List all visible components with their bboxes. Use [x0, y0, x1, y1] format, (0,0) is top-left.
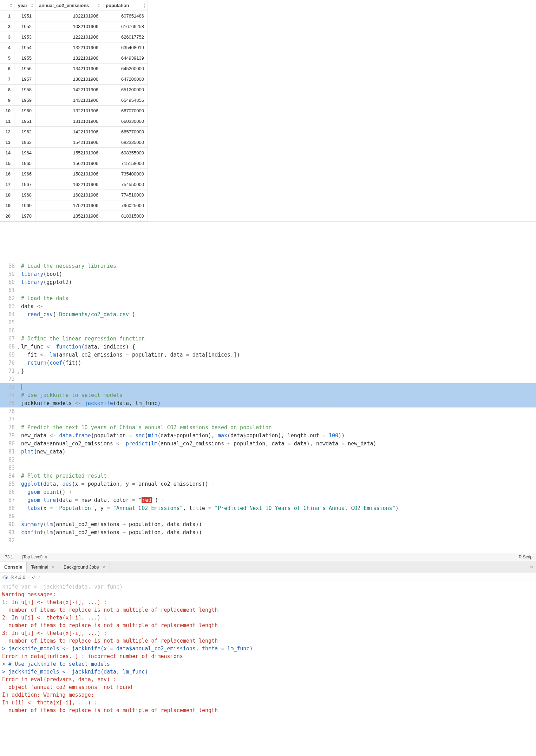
line-number[interactable]: 88 — [0, 504, 20, 512]
code-line[interactable]: 62# Load the data — [0, 294, 536, 303]
table-row[interactable]: 419541322101906635408019 — [0, 42, 148, 53]
tab-background-jobs[interactable]: Background Jobs ✕ — [59, 562, 110, 571]
working-dir-label[interactable]: ~/ — [31, 575, 35, 580]
code-content[interactable]: plot(new_data) — [20, 448, 536, 456]
code-content[interactable]: jackknife_models <- jackknife(data, lm_f… — [20, 399, 536, 407]
code-line[interactable]: 84# Plot the predicted result — [0, 472, 536, 480]
table-row[interactable]: 519551322101906644939139 — [0, 53, 148, 64]
code-line[interactable]: 64 read_csv("Documents/co2_data.csv") — [0, 311, 536, 319]
code-content[interactable] — [20, 416, 536, 424]
code-line[interactable]: 86 geom_point() + — [0, 488, 536, 496]
line-number[interactable]: 71▴ — [0, 367, 20, 375]
table-row[interactable]: 1719671622101906754550000 — [0, 179, 148, 190]
code-content[interactable]: ggplot(data, aes(x = population, y = ann… — [20, 480, 536, 488]
line-number[interactable]: 82 — [0, 456, 20, 464]
table-row[interactable]: 819581422101906651200000 — [0, 85, 148, 95]
code-line[interactable]: 74# Use jackknife to select models — [0, 391, 536, 399]
line-number[interactable]: 58 — [0, 262, 20, 270]
code-line[interactable]: 90summary(lm(annual_co2_emissions ~ popu… — [0, 520, 536, 529]
col-header-index[interactable]: ▲▼ — [0, 0, 14, 11]
code-line[interactable]: 76 — [0, 407, 536, 416]
sort-icon[interactable]: ▲▼ — [9, 3, 13, 8]
table-row[interactable]: 219521032101906616766258 — [0, 21, 148, 32]
code-content[interactable]: geom_point() + — [20, 488, 536, 496]
col-header-co2[interactable]: annual_co2_emissions ▲▼ — [35, 0, 102, 11]
table-row[interactable]: 1619661582101906735400000 — [0, 169, 148, 179]
code-line[interactable]: 60library(ggplot2) — [0, 278, 536, 286]
line-number[interactable]: 92 — [0, 537, 20, 545]
table-row[interactable]: 319531222101906626017752 — [0, 32, 148, 42]
code-content[interactable]: } — [20, 367, 536, 375]
code-content[interactable]: # Define the linear regression function — [20, 335, 536, 343]
code-line[interactable]: 87 geom_line(data = new_data, color = "r… — [0, 496, 536, 504]
code-content[interactable] — [20, 319, 536, 327]
line-number[interactable]: 81 — [0, 448, 20, 456]
sort-icon[interactable]: ▲▼ — [143, 3, 146, 8]
line-number[interactable]: 60 — [0, 278, 20, 286]
line-number[interactable]: 79 — [0, 432, 20, 440]
col-header-year[interactable]: year ▲▼ — [14, 0, 35, 11]
code-content[interactable]: data <- — [20, 303, 536, 311]
code-line[interactable]: 88 labs(x = "Population", y = "Annual CO… — [0, 504, 536, 512]
line-number[interactable]: 72 — [0, 375, 20, 383]
table-row[interactable]: 1119611312101906660330000 — [0, 116, 148, 127]
table-row[interactable]: 2019701852101906818315000 — [0, 211, 148, 221]
code-content[interactable]: summary(lm(annual_co2_emissions ~ popula… — [20, 520, 536, 529]
code-line[interactable]: 67# Define the linear regression functio… — [0, 335, 536, 343]
line-number[interactable]: 91 — [0, 529, 20, 537]
line-number[interactable]: 68▾ — [0, 343, 20, 351]
code-line[interactable]: 89 — [0, 512, 536, 520]
source-editor[interactable]: 58# Load the necessary libraries59librar… — [0, 221, 536, 553]
tab-terminal[interactable]: Terminal ✕ — [27, 562, 59, 571]
code-content[interactable] — [20, 456, 536, 464]
code-content[interactable]: # Use jackknife to select models — [20, 391, 536, 399]
line-number[interactable]: 84 — [0, 472, 20, 480]
code-line[interactable]: 61 — [0, 286, 536, 294]
line-number[interactable]: 78 — [0, 424, 20, 432]
code-line[interactable]: 58# Load the necessary libraries — [0, 262, 536, 270]
code-line[interactable]: 77 — [0, 416, 536, 424]
line-number[interactable]: 61 — [0, 286, 20, 294]
code-content[interactable]: fit <- lm(annual_co2_emissions ~ populat… — [20, 351, 536, 359]
code-line[interactable]: 83 — [0, 464, 536, 472]
code-line[interactable]: 68▾lm_func <- function(data, indices) { — [0, 343, 536, 351]
code-content[interactable] — [20, 407, 536, 416]
code-line[interactable]: 78# Predict the next 10 years of China's… — [0, 424, 536, 432]
table-row[interactable]: 1519651562101906715158000 — [0, 158, 148, 169]
line-number[interactable]: 59 — [0, 270, 20, 278]
code-content[interactable]: geom_line(data = new_data, color = "red"… — [20, 496, 536, 504]
code-content[interactable] — [20, 327, 536, 335]
line-number[interactable]: 63 — [0, 303, 20, 311]
code-content[interactable]: read_csv("Documents/co2_data.csv") — [20, 311, 536, 319]
table-row[interactable]: 1919691752101906796025000 — [0, 200, 148, 211]
window-icon[interactable]: ▭ — [529, 564, 536, 569]
line-number[interactable]: 89 — [0, 512, 20, 520]
code-line[interactable]: 59library(boot) — [0, 270, 536, 278]
code-content[interactable] — [20, 464, 536, 472]
code-content[interactable]: # Plot the predicted result — [20, 472, 536, 480]
line-number[interactable]: 74 — [0, 391, 20, 399]
line-number[interactable]: 83 — [0, 464, 20, 472]
line-number[interactable]: 65 — [0, 319, 20, 327]
line-number[interactable]: 73 — [0, 383, 20, 391]
line-number[interactable]: 86 — [0, 488, 20, 496]
code-content[interactable]: # Predict the next 10 years of China's a… — [20, 424, 536, 432]
code-line[interactable]: 79new_data <- data.frame(population = se… — [0, 432, 536, 440]
code-content[interactable] — [20, 383, 536, 391]
code-line[interactable]: 81plot(new_data) — [0, 448, 536, 456]
console-output[interactable]: knife_var <- jackknife(data, var_func)Wa… — [0, 582, 536, 718]
line-number[interactable]: 70 — [0, 359, 20, 367]
sort-icon[interactable]: ▲▼ — [97, 3, 100, 8]
table-row[interactable]: 919591432101906654954856 — [0, 95, 148, 106]
code-line[interactable]: 73 — [0, 383, 536, 391]
code-content[interactable]: lm_func <- function(data, indices) { — [20, 343, 536, 351]
code-content[interactable]: # Load the data — [20, 294, 536, 303]
code-line[interactable]: 91confint(lm(annual_co2_emissions ~ popu… — [0, 529, 536, 537]
code-line[interactable]: 92 — [0, 537, 536, 545]
code-line[interactable]: 63data <- — [0, 303, 536, 311]
code-line[interactable]: 72 — [0, 375, 536, 383]
line-number[interactable]: 75 — [0, 399, 20, 407]
table-row[interactable]: 119511022101906607651486 — [0, 11, 148, 21]
code-line[interactable]: 71▴} — [0, 367, 536, 375]
table-row[interactable]: 1219621422101906665770000 — [0, 127, 148, 137]
